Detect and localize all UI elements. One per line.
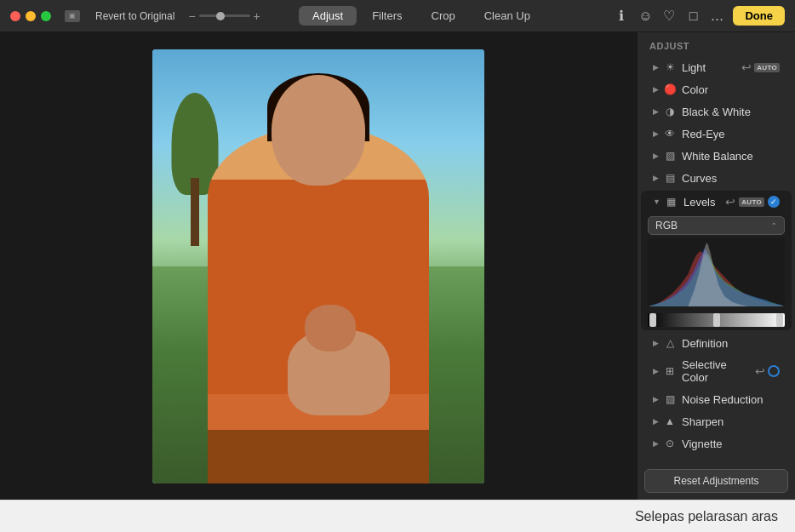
noisereduction-icon: ▨ [663, 392, 677, 406]
close-button[interactable] [10, 11, 20, 21]
sidebar-item-definition[interactable]: ▶ △ Definition [641, 332, 792, 354]
levels-section: ▼ ▦ Levels ↩ AUTO ✓ RGB ⌃ [641, 191, 792, 330]
bottom-bar: Selepas pelarasan aras [0, 500, 795, 532]
chevron-vignette-icon: ▶ [653, 439, 659, 448]
color-label: Color [682, 83, 780, 96]
heart-icon[interactable]: ♡ [661, 9, 677, 24]
share-icon[interactable]: □ [685, 9, 701, 24]
definition-icon: △ [663, 336, 677, 350]
minimize-button[interactable] [26, 11, 36, 21]
definition-label: Definition [682, 337, 780, 350]
curves-label: Curves [682, 172, 780, 185]
photo-container [152, 49, 484, 483]
sc-badges: ↩ [755, 364, 780, 378]
revert-button[interactable]: Revert to Original [95, 10, 174, 22]
chevron-curves-icon: ▶ [653, 174, 659, 182]
dog-body [288, 330, 390, 415]
color-icon: 🔴 [663, 83, 677, 96]
histogram-chart [648, 238, 785, 306]
sidebar-item-redeye[interactable]: ▶ 👁 Red-Eye [641, 123, 792, 145]
histogram-slider[interactable] [648, 313, 785, 327]
bottom-caption: Selepas pelarasan aras [635, 509, 778, 524]
person-head [272, 75, 365, 186]
tree-trunk [191, 178, 199, 246]
main-area: ADJUST ▶ ☀ Light ↩ AUTO ▶ 🔴 Color ▶ ◑ Bl… [0, 32, 795, 500]
tab-cleanup[interactable]: Clean Up [471, 6, 544, 26]
levels-badges: ↩ AUTO ✓ [725, 195, 780, 209]
toolbar-right: ℹ ☺ ♡ □ … Done [614, 6, 785, 26]
sidebar: ADJUST ▶ ☀ Light ↩ AUTO ▶ 🔴 Color ▶ ◑ Bl… [637, 32, 795, 500]
layout-toggle[interactable]: ▣ [65, 10, 80, 22]
smiley-icon[interactable]: ☺ [638, 9, 653, 24]
bw-icon: ◑ [663, 105, 677, 118]
zoom-out-button[interactable]: − [188, 9, 195, 23]
light-icon: ☀ [663, 60, 677, 74]
sidebar-item-color[interactable]: ▶ 🔴 Color [641, 78, 792, 100]
chevron-nr-icon: ▶ [653, 395, 659, 403]
bw-label: Black & White [682, 106, 780, 118]
chevron-color-icon: ▶ [653, 85, 659, 94]
redeye-label: Red-Eye [682, 128, 780, 140]
light-auto-badge: AUTO [754, 63, 780, 72]
tab-filters[interactable]: Filters [358, 6, 415, 26]
chevron-light-icon: ▶ [653, 63, 659, 72]
sidebar-item-curves[interactable]: ▶ ▤ Curves [641, 167, 792, 189]
rgb-label: RGB [655, 220, 678, 232]
chevron-redeye-icon: ▶ [653, 129, 659, 138]
sidebar-item-noisereduction[interactable]: ▶ ▨ Noise Reduction [641, 388, 792, 410]
sidebar-item-light[interactable]: ▶ ☀ Light ↩ AUTO [641, 56, 792, 78]
photo-area [0, 32, 637, 500]
sidebar-header: ADJUST [638, 32, 795, 56]
rgb-selector[interactable]: RGB ⌃ [648, 216, 785, 235]
slider-mid-handle[interactable] [713, 313, 720, 327]
zoom-control: − + [188, 9, 260, 23]
slider-left-handle[interactable] [649, 313, 656, 327]
light-badges: ↩ AUTO [741, 60, 780, 74]
chevron-sharpen-icon: ▶ [653, 417, 659, 426]
sidebar-item-sharpen[interactable]: ▶ ▲ Sharpen [641, 410, 792, 432]
traffic-lights [10, 11, 51, 21]
more-icon[interactable]: … [709, 9, 724, 24]
photo-canvas [152, 49, 484, 483]
whitebalance-icon: ▨ [663, 149, 677, 163]
selectivecolor-icon: ⊞ [663, 364, 677, 378]
titlebar: ▣ Revert to Original − + Adjust Filters … [0, 0, 795, 32]
done-button[interactable]: Done [733, 6, 785, 26]
histogram-container [648, 238, 785, 306]
info-icon[interactable]: ℹ [614, 9, 629, 24]
rgb-arrow-icon: ⌃ [770, 221, 777, 231]
noisereduction-label: Noise Reduction [682, 393, 780, 406]
vignette-icon: ⊙ [663, 437, 677, 450]
sc-circle-badge [768, 365, 780, 377]
redeye-icon: 👁 [663, 127, 677, 140]
chevron-bw-icon: ▶ [653, 107, 659, 116]
zoom-slider[interactable] [199, 14, 250, 17]
fullscreen-button[interactable] [41, 11, 51, 21]
nav-tabs: Adjust Filters Crop Clean Up [299, 6, 544, 26]
sidebar-item-levels[interactable]: ▼ ▦ Levels ↩ AUTO ✓ [644, 191, 788, 213]
sidebar-item-bw[interactable]: ▶ ◑ Black & White [641, 100, 792, 123]
slider-right-handle[interactable] [776, 313, 783, 327]
chevron-definition-icon: ▶ [653, 339, 659, 347]
sidebar-item-vignette[interactable]: ▶ ⊙ Vignette [641, 432, 792, 455]
levels-auto-badge: AUTO [739, 197, 764, 207]
light-revert-icon: ↩ [741, 60, 752, 74]
zoom-thumb [216, 12, 225, 20]
light-label: Light [682, 61, 741, 74]
sidebar-item-whitebalance[interactable]: ▶ ▨ White Balance [641, 145, 792, 167]
tab-adjust[interactable]: Adjust [299, 6, 357, 26]
levels-icon: ▦ [665, 195, 678, 209]
chevron-levels-icon: ▼ [653, 197, 661, 206]
chevron-sc-icon: ▶ [653, 367, 659, 375]
window-controls: ▣ [65, 10, 80, 22]
dog-head [305, 305, 356, 352]
zoom-in-button[interactable]: + [254, 9, 260, 23]
sidebar-item-selectivecolor[interactable]: ▶ ⊞ Selective Color ↩ [641, 354, 792, 388]
levels-check-badge: ✓ [768, 196, 780, 208]
levels-revert-icon: ↩ [725, 195, 735, 209]
vignette-label: Vignette [682, 438, 780, 450]
reset-adjustments-button[interactable]: Reset Adjustments [644, 469, 788, 493]
tab-crop[interactable]: Crop [418, 6, 469, 26]
sharpen-icon: ▲ [663, 415, 677, 428]
whitebalance-label: White Balance [682, 150, 780, 163]
